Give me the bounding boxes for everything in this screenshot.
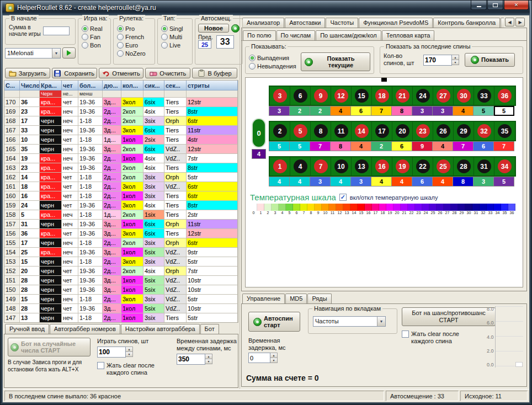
column-header[interactable]: стриты [187, 81, 238, 90]
tab-scroll-right-button[interactable]: ▶ [515, 18, 525, 26]
column-header[interactable]: кол... [121, 81, 143, 90]
toolbar-folder-open-button[interactable]: Загрузить [5, 68, 50, 78]
table-row[interactable]: 15128чернчет19-363д...1кол5sixVdZ..10str [4, 276, 238, 285]
table-row[interactable]: 17036кра...чет19-363д...3кол6sixTiers12s… [4, 98, 238, 107]
random-bot-start-button[interactable]: Бот на случайные числа СТАРТ [8, 338, 91, 356]
table-row[interactable]: 15028чернчет19-363д...1кол5sixVdZ..10str [4, 285, 238, 295]
column-header[interactable]: чет [62, 81, 78, 90]
spin-up-button[interactable]: ▲ [126, 347, 132, 351]
bot-tab-2[interactable]: Настройки автограббера [121, 324, 200, 334]
freq-tab-3[interactable]: Тепловая карта [382, 30, 435, 40]
column-header[interactable]: дю... [103, 81, 121, 90]
spin-down-button[interactable]: ▼ [205, 359, 212, 364]
show-option-1[interactable]: Невыпадения [249, 62, 297, 70]
chevron-down-icon[interactable]: ▼ [377, 317, 385, 326]
main-tab-4[interactable]: Контроль банкролла [433, 18, 500, 28]
minimize-button[interactable] [471, 1, 487, 10]
show-current-button[interactable]: Показать текущие [301, 52, 370, 71]
table-row[interactable]: 15517черннеч1-182д...2кол3sixOrph6str [4, 238, 238, 248]
table-row[interactable]: 16323кра...неч19-362д...2кол4sixTiers8st… [4, 163, 238, 173]
spin-table[interactable]: С...ЧислоКра...четбол...дю...кол...сик..… [4, 80, 238, 323]
table-row[interactable]: 16118кра...чет1-182д...3кол3sixVdZ..6str [4, 182, 238, 191]
table-row[interactable]: 16214кра...чет1-182д...2кол3sixOrph5str [4, 173, 238, 182]
table-row[interactable]: 14713черннеч1-182д...1кол3sixTiers5str [4, 313, 238, 323]
column-header[interactable]: сек... [164, 81, 187, 90]
table-row[interactable]: 15425кра...неч19-363д...1кол5sixVdZ..9st… [4, 248, 238, 257]
type-option-0[interactable]: Singl [161, 24, 189, 33]
temp-scale-checkbox[interactable]: ✓ [339, 194, 347, 201]
bot-tab-3[interactable]: Бот [200, 324, 219, 334]
column-header[interactable]: С... [4, 81, 20, 90]
show-option-0[interactable]: Выпадения [249, 54, 297, 62]
table-row[interactable]: 15924чернчет19-362д...3кол4sixTiers8str [4, 201, 238, 210]
column-header[interactable]: сик... [143, 81, 164, 90]
control-clear-checkbox[interactable] [402, 331, 409, 338]
column-header[interactable]: Кра... [40, 81, 62, 90]
table-row[interactable]: 15315черннеч1-182д...3кол3sixVdZ..5str [4, 257, 238, 267]
toolbar-clipboard-button[interactable]: В буфер [192, 68, 237, 78]
table-row[interactable]: 16817черннеч1-182д...2кол3sixOrph6str [4, 116, 238, 126]
table-row[interactable]: 16733черннеч19-363д...3кол6sixTiers11str [4, 126, 238, 135]
table-row[interactable]: 16419кра...неч19-362д...1кол4sixVdZ..7st… [4, 154, 238, 163]
control-delay-input[interactable] [248, 353, 270, 363]
column-header[interactable]: Число [20, 81, 40, 90]
control-tab-1[interactable]: MD5 [285, 294, 307, 303]
chevron-down-icon[interactable]: ▼ [52, 49, 60, 58]
table-row[interactable]: 16016кра...чет1-182д...1кол3sixTiers6str [4, 191, 238, 201]
spin-delay-input[interactable] [177, 354, 205, 365]
type-option-1[interactable]: Multi [161, 33, 189, 41]
spin-down-button[interactable]: ▼ [126, 351, 132, 356]
bot-clear-checkbox[interactable] [97, 362, 104, 369]
freq-tab-0[interactable]: По полю [243, 30, 276, 40]
toolbar-eraser-button[interactable]: Очистить [145, 68, 190, 78]
start-sum-input[interactable] [43, 26, 70, 35]
nav-combo[interactable]: Частоты ▼ [313, 316, 386, 327]
autospin-start-button[interactable]: Автоспин старт [248, 312, 300, 332]
table-row[interactable]: 15220чернчет19-362д...2кол4sixOrph7str [4, 267, 238, 276]
table-row[interactable]: 1585кра...неч1-181д...2кол1sixTiers2str [4, 210, 238, 220]
toolbar-undo-button[interactable]: Отменить [99, 68, 144, 78]
roulette-option-1[interactable]: French [117, 33, 151, 41]
control-tab-2[interactable]: Ряды [307, 294, 331, 303]
new-shift-button[interactable]: Новое [198, 24, 229, 33]
roulette-option-0[interactable]: Pro [117, 24, 151, 33]
roulette-option-3[interactable]: NoZero [117, 49, 151, 57]
main-tab-0[interactable]: Анализатор [242, 18, 284, 28]
preset-combo[interactable]: 1Melonati ▼ [5, 48, 61, 58]
tab-scroll-left-button[interactable]: ◀ [505, 18, 514, 26]
spin-up-button[interactable]: ▲ [205, 354, 212, 359]
freq-tab-2[interactable]: По шансам/дюж/кол [316, 30, 381, 40]
spin-down-button[interactable]: ▼ [270, 358, 277, 363]
spin-up-button[interactable]: ▲ [452, 55, 459, 60]
control-tab-0[interactable]: Управление [242, 294, 285, 303]
table-row[interactable]: 15731черннеч19-363д...1кол6sixOrph11str [4, 220, 238, 229]
main-tab-2[interactable]: Частоты [326, 18, 358, 28]
main-tab-3[interactable]: Функционал PsevdoMS [359, 18, 433, 28]
spins-count-input[interactable] [97, 347, 126, 358]
column-header[interactable]: бол... [78, 81, 103, 90]
table-row[interactable]: 16923кра...неч19-362д...2кол4sixTiers8st… [4, 107, 238, 116]
toolbar-save-button[interactable]: Сохранить [52, 68, 97, 78]
table-row[interactable]: 14828чернчет19-363д...1кол5sixVdZ..10str [4, 304, 238, 313]
bot-tab-1[interactable]: Автограббер номеров [50, 324, 120, 334]
roulette-option-2[interactable]: Euro [117, 41, 151, 49]
bot-tab-0[interactable]: Ручной ввод [5, 324, 49, 334]
play-button[interactable] [62, 47, 76, 58]
freq-tab-1[interactable]: По числам [276, 30, 316, 40]
last-spins-input[interactable] [423, 55, 452, 66]
game-option-2[interactable]: Bon [82, 41, 107, 49]
board-handle[interactable] [381, 78, 387, 82]
table-row[interactable]: 16535черннеч19-363д...2кол6sixVdZ..12str [4, 145, 238, 154]
main-tab-1[interactable]: Автоставки [285, 18, 325, 28]
table-row[interactable]: 16610чернчет1-181д...1кол2sixTiers4str [4, 135, 238, 145]
table-row[interactable]: 14915черннеч1-182д...3кол3sixVdZ..5str [4, 295, 238, 304]
close-button[interactable]: ✕ [504, 1, 529, 10]
spin-up-button[interactable]: ▲ [270, 353, 277, 358]
titlebar[interactable]: HelperRoullet 8.62 - create helperroulle… [2, 1, 530, 15]
table-row[interactable]: 15636кра...чет19-363д...3кол6sixTiers12s… [4, 229, 238, 238]
game-option-0[interactable]: Real [82, 24, 107, 33]
game-option-1[interactable]: Fan [82, 33, 107, 41]
chance-bot-start-button[interactable]: Бот на шанс/противошанс СТАРТ [402, 307, 496, 326]
type-option-2[interactable]: Live [161, 41, 189, 49]
show-button[interactable]: Показать [465, 53, 515, 67]
